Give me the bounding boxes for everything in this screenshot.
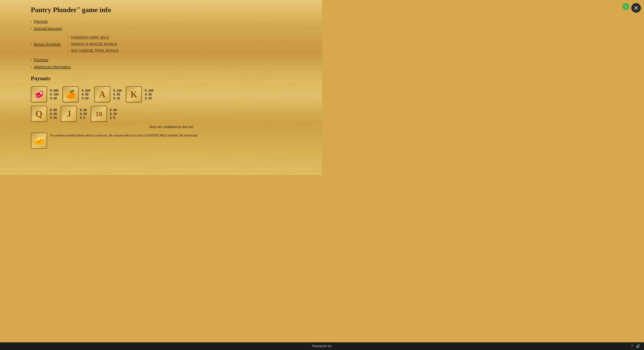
- cheese-symbol-icon: 🧀: [34, 136, 44, 146]
- payout-row-1: 🥩 5: 500 4: 100 3: 40 🍊 5: 250 4: 50 3: …: [31, 86, 312, 102]
- payout-k-5: 5: 100: [145, 89, 154, 92]
- payouts-section-title: Payouts: [31, 75, 312, 82]
- payout-j-3: 3: 5: [80, 116, 86, 120]
- payout-values-meat: 5: 500 4: 100 3: 40: [50, 89, 58, 100]
- payout-values-q: 5: 80 4: 20 3: 10: [50, 108, 57, 120]
- symbol-meat-icon: 🥩: [34, 90, 44, 98]
- payout-item-10: 10 5: 40 4: 10 3: 5: [91, 106, 117, 122]
- payout-item-j: J 5: 40 4: 10 3: 5: [61, 106, 86, 122]
- payout-k-3: 3: 10: [145, 97, 154, 100]
- nav-link-payouts[interactable]: Payouts: [34, 19, 48, 24]
- cheese-info-block: 🧀 If a cheese symbol lands next to a mou…: [31, 132, 312, 149]
- payout-values-jar: 5: 250 4: 50 3: 20: [82, 89, 90, 100]
- nav-sub-item-farmers-wife: FARMERS WIFE WILD: [68, 36, 119, 40]
- payout-a-4: 4: 30: [113, 93, 122, 96]
- bonus-symbols-sublist: FARMERS WIFE WILD WHACK-A-MOUSE BONUS BI…: [68, 36, 119, 55]
- payout-meat-5: 5: 500: [50, 89, 58, 92]
- nav-item-special-bonuses: Special bonuses: [31, 26, 312, 31]
- page-title: Pantry Plunder™ game info: [31, 6, 312, 14]
- payout-a-3: 3: 10: [113, 97, 122, 100]
- symbol-box-letter-a: A: [94, 86, 110, 102]
- payouts-section: Payouts 🥩 5: 500 4: 100 3: 40 🍊 5: 25: [31, 75, 312, 149]
- payout-k-4: 4: 20: [145, 93, 154, 96]
- nav-item-additional-info: Additional information: [31, 65, 312, 69]
- symbol-j-icon: J: [66, 110, 71, 118]
- wins-multiplied-note: Wins are multiplied by line bet.: [31, 125, 312, 129]
- nav-link-paylines[interactable]: Paylines: [34, 58, 48, 62]
- symbol-box-10: 10: [91, 106, 107, 122]
- content-area: Pantry Plunder™ game info Payouts Specia…: [0, 0, 322, 167]
- symbol-10-icon: 10: [95, 110, 102, 118]
- payout-jar-3: 3: 20: [82, 97, 90, 100]
- nav-link-special-bonuses[interactable]: Special bonuses: [34, 26, 62, 31]
- payout-values-letter-a: 5: 150 4: 30 3: 10: [113, 89, 122, 100]
- symbol-box-q: Q: [31, 106, 47, 122]
- nav-sub-link-big-cheese[interactable]: BIG CHEESE TRAIL BONUS: [71, 48, 119, 53]
- symbol-box-meat: 🥩: [31, 86, 47, 102]
- payout-row-2: Q 5: 80 4: 20 3: 10 J 5: 40 4: 10 3: 5: [31, 106, 312, 122]
- nav-sub-item-whack-a-mouse: WHACK-A-MOUSE BONUS: [68, 42, 119, 46]
- payout-j-5: 5: 40: [80, 108, 86, 112]
- payout-meat-3: 3: 40: [50, 97, 58, 100]
- payout-10-4: 4: 10: [110, 112, 117, 116]
- payout-values-letter-k: 5: 100 4: 20 3: 10: [145, 89, 154, 100]
- nav-sub-item-big-cheese: BIG CHEESE TRAIL BONUS: [68, 48, 119, 53]
- payout-values-j: 5: 40 4: 10 3: 5: [80, 108, 86, 120]
- nav-link-bonus-symbols[interactable]: Bonus Symbols: [34, 42, 61, 46]
- payout-q-3: 3: 10: [50, 116, 57, 120]
- symbol-box-jar: 🍊: [62, 86, 79, 102]
- payout-item-letter-a: A 5: 150 4: 30 3: 10: [94, 86, 122, 102]
- symbol-q-icon: Q: [36, 110, 42, 118]
- payout-item-q: Q 5: 80 4: 20 3: 10: [31, 106, 57, 122]
- nav-item-payouts: Payouts: [31, 19, 312, 24]
- payout-a-5: 5: 150: [113, 89, 122, 92]
- navigation-list: Payouts Special bonuses Bonus Symbols FA…: [31, 19, 312, 69]
- symbol-jar-icon: 🍊: [66, 90, 76, 98]
- payout-item-meat: 🥩 5: 500 4: 100 3: 40: [31, 86, 58, 102]
- nav-sub-link-farmers-wife[interactable]: FARMERS WIFE WILD: [71, 36, 109, 40]
- payout-jar-4: 4: 50: [82, 93, 90, 96]
- cheese-description: If a cheese symbol lands next to a mouse…: [50, 132, 198, 138]
- symbol-box-letter-k: K: [126, 86, 142, 102]
- payout-q-4: 4: 20: [50, 112, 57, 116]
- payout-item-letter-k: K 5: 100 4: 20 3: 10: [126, 86, 154, 102]
- symbol-letter-k-icon: K: [130, 90, 138, 99]
- payout-values-10: 5: 40 4: 10 3: 5: [110, 108, 117, 120]
- payout-jar-5: 5: 250: [82, 89, 90, 92]
- nav-link-additional-info[interactable]: Additional information: [34, 65, 71, 69]
- cheese-symbol-box: 🧀: [31, 132, 47, 149]
- symbol-letter-a-icon: A: [99, 90, 106, 99]
- symbol-box-j: J: [61, 106, 77, 122]
- nav-item-paylines: Paylines: [31, 58, 312, 62]
- payout-meat-4: 4: 100: [50, 93, 58, 96]
- nav-item-bonus-symbols: Bonus Symbols FARMERS WIFE WILD WHACK-A-…: [31, 34, 312, 55]
- nav-sub-link-whack-a-mouse[interactable]: WHACK-A-MOUSE BONUS: [71, 42, 117, 46]
- payout-j-4: 4: 10: [80, 112, 86, 116]
- payout-10-3: 3: 5: [110, 116, 117, 120]
- payout-item-jar: 🍊 5: 250 4: 50 3: 20: [62, 86, 90, 102]
- payout-q-5: 5: 80: [50, 108, 57, 112]
- payout-10-5: 5: 40: [110, 108, 117, 112]
